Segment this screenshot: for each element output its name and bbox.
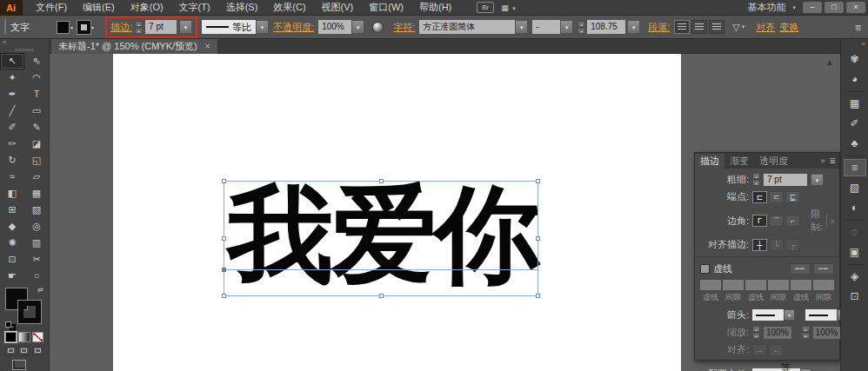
dash-value-input[interactable] xyxy=(791,280,811,290)
stroke-weight-stepper[interactable]: ▲ ▼ xyxy=(135,21,143,34)
brushes-panel-icon[interactable]: ✐ xyxy=(844,115,866,132)
column-graph-tool[interactable]: ▥ xyxy=(24,235,49,251)
free-transform-tool[interactable]: ▱ xyxy=(24,169,49,185)
font-family-input[interactable]: 方正准圆简体 xyxy=(419,20,515,34)
tab-stroke[interactable]: 描边 xyxy=(695,154,724,169)
opacity-input[interactable]: 100% xyxy=(318,20,351,34)
scale-start-input[interactable]: 100% xyxy=(764,327,791,339)
gradient-tool[interactable]: ▧ xyxy=(24,202,49,218)
swatches-panel-icon[interactable]: ▦ xyxy=(844,95,866,112)
dash-gap-preset-button[interactable]: ┅┅ xyxy=(813,263,834,275)
align-center-button[interactable] xyxy=(691,20,707,34)
stroke-panel-icon[interactable]: ≡ xyxy=(844,159,866,176)
selection-handle[interactable] xyxy=(536,179,540,183)
font-size-dropdown[interactable]: ▾ xyxy=(627,20,640,34)
paintbrush-tool[interactable]: ✐ xyxy=(0,119,24,136)
pen-tool[interactable]: ✒ xyxy=(0,86,24,103)
opacity-label[interactable]: 不透明度: xyxy=(273,21,314,34)
stroke-weight-label[interactable]: 描边: xyxy=(110,21,132,34)
type-tool[interactable]: T xyxy=(24,86,49,103)
scale-end-stepper[interactable]: ▲ ▼ xyxy=(802,326,810,339)
tab-transparency[interactable]: 透明度 xyxy=(754,154,793,169)
dock-divider[interactable] xyxy=(846,220,864,221)
weight-input[interactable]: 7 pt xyxy=(764,174,807,186)
color-guide-panel-icon[interactable]: ◕ xyxy=(844,70,866,88)
opacity-control[interactable]: 100% ▾ xyxy=(318,20,364,34)
menu-item[interactable]: 视图(V) xyxy=(314,0,362,15)
minimize-button[interactable]: – xyxy=(803,2,822,13)
eyedropper-tool[interactable]: ◆ xyxy=(0,218,24,235)
font-family-dropdown[interactable]: ▾ xyxy=(515,20,528,34)
fill-color-control[interactable]: ▾ xyxy=(57,21,73,34)
arrow-align-start-button[interactable]: → xyxy=(752,344,767,356)
stepper-down-icon[interactable]: ▼ xyxy=(135,28,143,34)
round-cap-button[interactable]: ⊂ xyxy=(769,191,784,203)
artboards-panel-icon[interactable]: ⊡ xyxy=(844,288,866,305)
menu-item[interactable]: 文字(T) xyxy=(171,0,218,15)
align-stroke-outside-button[interactable]: ┌ xyxy=(785,239,800,251)
graphic-styles-panel-icon[interactable]: ▣ xyxy=(844,243,866,261)
direct-selection-tool[interactable]: ⇖ xyxy=(24,53,49,70)
stroke-color-control[interactable]: ▾ xyxy=(77,21,94,34)
opacity-dropdown[interactable]: ▾ xyxy=(351,20,364,34)
tab-gradient[interactable]: 渐变 xyxy=(724,154,754,169)
arrow-start-dropdown[interactable]: ▾ xyxy=(784,309,795,321)
menu-item[interactable]: 选择(S) xyxy=(218,0,266,15)
profile-control[interactable]: 等比 ▾ xyxy=(752,368,811,371)
scrollbar-up-icon[interactable]: ▲ xyxy=(825,57,834,67)
selection-handle[interactable] xyxy=(379,294,384,298)
slice-tool[interactable]: ✂ xyxy=(24,251,49,268)
arrow-start-control[interactable]: ▾ xyxy=(752,309,795,321)
stepper-down-icon[interactable]: ▼ xyxy=(802,333,810,339)
stepper-up-icon[interactable]: ▲ xyxy=(135,21,143,27)
selection-handle[interactable] xyxy=(222,236,226,241)
default-fill-icon[interactable] xyxy=(5,321,11,328)
gradient-panel-icon[interactable]: ▧ xyxy=(844,179,866,196)
collapse-panel-icon[interactable]: « xyxy=(0,39,49,47)
font-size-control[interactable]: ▲ ▼ 108.75 ▾ xyxy=(578,20,640,34)
stepper-down-icon[interactable]: ▼ xyxy=(752,333,760,339)
font-style-input[interactable]: - xyxy=(532,20,560,34)
dash-value-input[interactable] xyxy=(768,280,789,290)
rotate-tool[interactable]: ↻ xyxy=(0,152,24,169)
fill-swatch[interactable] xyxy=(57,21,70,34)
stepper-up-icon[interactable]: ▲ xyxy=(578,21,585,27)
workspace-switcher[interactable]: 基本功能 xyxy=(747,1,785,14)
line-segment-tool[interactable]: ╱ xyxy=(0,103,24,119)
menu-item[interactable]: 编辑(E) xyxy=(75,0,123,15)
color-button[interactable] xyxy=(5,332,17,342)
character-label[interactable]: 字符: xyxy=(393,21,415,34)
dash-value-input[interactable] xyxy=(813,280,834,290)
symbols-panel-icon[interactable]: ♣ xyxy=(844,135,866,152)
butt-cap-button[interactable]: ⊏ xyxy=(752,191,767,203)
lasso-tool[interactable]: ◠ xyxy=(24,70,49,86)
menu-item[interactable]: 文件(F) xyxy=(28,0,75,15)
miter-join-button[interactable]: Γ xyxy=(752,215,767,227)
dash-preset-button[interactable]: ╍╍ xyxy=(790,263,811,275)
dash-value-input[interactable] xyxy=(723,280,744,290)
stepper-down-icon[interactable]: ▼ xyxy=(752,180,760,186)
profile-dropdown[interactable]: ▾ xyxy=(800,368,811,371)
gradient-button[interactable] xyxy=(18,332,30,342)
restore-button[interactable]: □ xyxy=(825,2,844,13)
panel-menu-icon[interactable]: ≣ xyxy=(829,156,836,165)
collapse-dock-icon[interactable]: « xyxy=(841,39,868,48)
blob-brush-tool[interactable]: ✏ xyxy=(0,136,24,152)
eraser-tool[interactable]: ◪ xyxy=(24,136,49,152)
font-style-dropdown[interactable]: ▾ xyxy=(560,20,573,34)
selection-handle[interactable] xyxy=(379,179,384,183)
mesh-tool[interactable]: ⊞ xyxy=(0,202,24,218)
font-family-control[interactable]: 方正准圆简体 ▾ xyxy=(419,20,528,34)
width-profile-dropdown[interactable]: ▾ xyxy=(256,20,269,34)
none-button[interactable] xyxy=(32,332,43,342)
dash-value-input[interactable] xyxy=(700,280,721,290)
stepper-down-icon[interactable]: ▼ xyxy=(578,28,585,34)
stepper-up-icon[interactable]: ▲ xyxy=(752,326,760,332)
draw-behind-button[interactable] xyxy=(18,346,30,355)
document-tab[interactable]: 未标题-1* @ 150% (CMYK/预览) × xyxy=(51,39,217,54)
control-bar-menu-icon[interactable]: ≣ xyxy=(855,23,864,32)
projecting-cap-button[interactable]: ⊑ xyxy=(785,191,800,203)
collapse-panel-icon[interactable]: » xyxy=(820,156,825,165)
scale-end-input[interactable]: 100% xyxy=(813,327,841,339)
font-style-control[interactable]: - ▾ xyxy=(532,20,573,34)
